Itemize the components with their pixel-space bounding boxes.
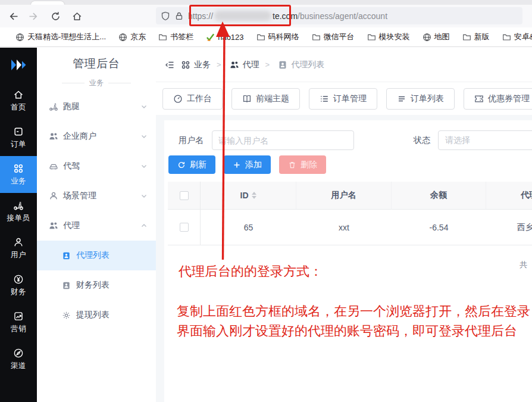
refresh-icon bbox=[177, 161, 186, 169]
book-icon bbox=[242, 94, 252, 104]
hao-check-icon bbox=[206, 33, 215, 42]
bookmark-hao123[interactable]: hao123 bbox=[206, 33, 243, 42]
sort-icon[interactable] bbox=[252, 192, 256, 199]
rail-item-home[interactable]: 首页 bbox=[0, 82, 37, 119]
sidebar-subitem-agent-list[interactable]: 代理列表 bbox=[37, 241, 156, 270]
rail-item-business[interactable]: 业务 bbox=[0, 156, 37, 193]
admin-title: 管理后台 bbox=[37, 56, 156, 71]
order-icon bbox=[13, 126, 24, 137]
shield-icon bbox=[161, 11, 170, 21]
column-agent: 代理 bbox=[486, 182, 532, 210]
app-logo-icon[interactable] bbox=[0, 48, 37, 82]
select-all-checkbox[interactable] bbox=[180, 191, 189, 200]
status-select[interactable]: 请选择 bbox=[438, 130, 532, 150]
add-button[interactable]: 添加 bbox=[224, 155, 271, 174]
gear-icon bbox=[62, 311, 71, 320]
bookmark-ditu[interactable]: 地图 bbox=[423, 32, 450, 42]
plus-icon bbox=[233, 161, 241, 169]
marketing-icon bbox=[13, 311, 24, 322]
rail-item-channel[interactable]: 渠道 bbox=[0, 341, 37, 378]
globe-icon bbox=[15, 33, 24, 42]
globe-icon bbox=[423, 33, 431, 42]
errand-icon bbox=[49, 102, 58, 111]
ticket-icon bbox=[474, 94, 484, 104]
badge-icon bbox=[62, 251, 71, 260]
refresh-button[interactable]: 刷新 bbox=[168, 155, 215, 174]
main-content: 业务 > 代理 > 代理列表 工作台 前端主题 bbox=[156, 48, 532, 402]
lock-icon bbox=[174, 11, 184, 21]
agents-icon bbox=[230, 60, 239, 70]
home-icon[interactable] bbox=[68, 7, 86, 25]
row-checkbox[interactable] bbox=[180, 223, 189, 232]
user-icon bbox=[13, 237, 24, 248]
breadcrumb-business[interactable]: 业务 bbox=[181, 60, 211, 70]
car-icon bbox=[49, 161, 58, 171]
filter-row: 用户名 状态 请选择 bbox=[174, 130, 532, 150]
table-header-row: ID 用户名 余额 代理 bbox=[168, 182, 532, 210]
rail-item-orders[interactable]: 订单 bbox=[0, 119, 37, 156]
folder-icon bbox=[502, 33, 511, 42]
breadcrumb: 业务 > 代理 > 代理列表 bbox=[156, 48, 532, 82]
badge-icon bbox=[278, 60, 287, 70]
sidebar-item-scene[interactable]: 场景管理 bbox=[37, 181, 156, 211]
sidebar-item-driving[interactable]: 代驾 bbox=[37, 151, 156, 181]
sidebar-item-errand[interactable]: 跑腿 bbox=[37, 92, 156, 121]
sidebar-menu: 跑腿 企业商户 代驾 场景管理 代理 bbox=[37, 92, 156, 330]
rail-item-marketing[interactable]: 营销 bbox=[0, 304, 37, 341]
collapse-sidebar-icon[interactable] bbox=[161, 56, 179, 74]
bookmark-folder-weixin[interactable]: 微信平台 bbox=[312, 32, 355, 42]
sidebar-item-merchants[interactable]: 企业商户 bbox=[37, 121, 156, 151]
chevron-up-icon bbox=[140, 222, 148, 229]
tab-order-list[interactable]: 订单列表 bbox=[386, 88, 455, 110]
bookmark-folder-make[interactable]: 码科网络 bbox=[256, 32, 299, 42]
breadcrumb-agent-list: 代理列表 bbox=[278, 60, 324, 70]
forward-icon[interactable] bbox=[25, 7, 43, 25]
bookmarks-bar: 天猫精选-理想生活上... 京东 书签栏 hao123 码科网络 微信平台 模块… bbox=[0, 27, 532, 47]
url-domain: te.com bbox=[273, 11, 298, 21]
bookmark-folder-anzhuo[interactable]: 安卓&IOS上架 bbox=[502, 32, 532, 42]
bookmark-jd[interactable]: 京东 bbox=[118, 32, 146, 42]
tab-workbench[interactable]: 工作台 bbox=[162, 88, 223, 110]
bookmark-folder-mokuai[interactable]: 模块安装 bbox=[367, 32, 410, 42]
chevron-down-icon bbox=[140, 192, 148, 200]
rail-item-finance[interactable]: 财务 bbox=[0, 267, 37, 304]
tab-frontend-theme[interactable]: 前端主题 bbox=[231, 88, 300, 110]
url-text: https://te.com/business/agent/account bbox=[188, 11, 387, 21]
agents-icon bbox=[49, 221, 58, 230]
apps-grid-icon bbox=[181, 60, 190, 70]
table-row: 65 xxt -6.54 西乡塘 bbox=[168, 210, 532, 245]
url-bar[interactable]: https://te.com/business/agent/account bbox=[156, 7, 522, 24]
column-username: 用户名 bbox=[296, 182, 392, 210]
folder-icon bbox=[256, 33, 265, 42]
content-card: 用户名 状态 请选择 刷新 添加 删除 bbox=[164, 120, 532, 402]
chevron-down-icon bbox=[140, 133, 148, 140]
tab-order-manage[interactable]: 订单管理 bbox=[309, 88, 377, 110]
back-icon[interactable] bbox=[4, 7, 21, 25]
sidebar-subitem-finance-list[interactable]: 财务列表 bbox=[37, 270, 156, 300]
sidebar-subitem-withdraw-list[interactable]: 提现列表 bbox=[37, 300, 156, 330]
column-id[interactable]: ID bbox=[201, 182, 296, 210]
merchants-icon bbox=[49, 132, 58, 141]
scene-icon bbox=[49, 191, 58, 201]
cell-username: xxt bbox=[296, 210, 392, 245]
rider-icon bbox=[13, 200, 24, 211]
breadcrumb-agents[interactable]: 代理 bbox=[230, 60, 259, 70]
chevron-down-icon bbox=[140, 103, 148, 110]
delete-button[interactable]: 删除 bbox=[279, 155, 326, 174]
url-scheme: https:// bbox=[188, 11, 213, 21]
tab-coupon-manage[interactable]: 优惠券管理 bbox=[464, 88, 532, 110]
sidebar-item-agents[interactable]: 代理 bbox=[37, 211, 156, 241]
rail-item-users[interactable]: 用户 bbox=[0, 230, 37, 267]
bookmark-folder-shuqianlan[interactable]: 书签栏 bbox=[158, 32, 193, 42]
breadcrumb-separator: > bbox=[217, 60, 221, 69]
url-path: /business/agent/account bbox=[298, 11, 387, 21]
reload-icon[interactable] bbox=[46, 7, 64, 25]
status-label: 状态 bbox=[414, 135, 430, 146]
bookmark-tianmao[interactable]: 天猫精选-理想生活上... bbox=[15, 32, 106, 42]
bookmark-folder-xinban[interactable]: 新版 bbox=[462, 32, 490, 42]
sidebar: 管理后台 业务 跑腿 企业商户 代驾 场景管理 bbox=[37, 48, 156, 402]
badge-icon bbox=[62, 281, 71, 290]
rail-item-riders[interactable]: 接单员 bbox=[0, 193, 37, 230]
list-bullets-icon bbox=[320, 94, 329, 104]
username-input[interactable] bbox=[212, 130, 354, 150]
